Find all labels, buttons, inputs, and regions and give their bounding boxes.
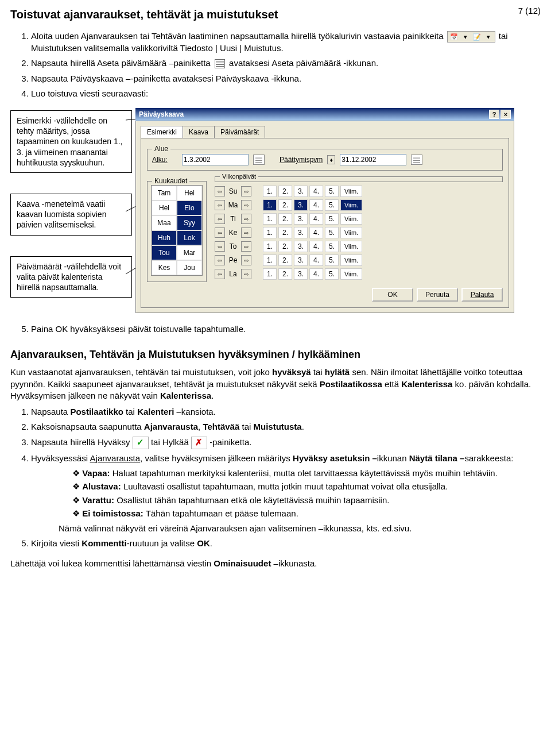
occurrence-cell[interactable]: 1. [263,254,277,266]
step-3: Napsauta Päiväyskaava –-painiketta avata… [31,73,541,84]
left-arrow-icon[interactable]: ⇦ [215,214,225,224]
occurrence-cell[interactable]: 2. [278,227,292,238]
calendar-icon[interactable] [253,155,265,165]
occurrence-cell[interactable]: 5. [325,186,339,197]
occurrence-cell[interactable]: 5. [325,199,339,211]
month-cell-tou[interactable]: Tou [152,245,177,260]
occurrence-cell[interactable]: 1. [263,268,277,280]
tab-kaava[interactable]: Kaava [183,126,215,138]
left-arrow-icon[interactable]: ⇦ [215,255,225,265]
last-cell[interactable]: Viim. [340,241,362,252]
month-cell-hei[interactable]: Hei [177,186,202,200]
occurrence-cell[interactable]: 1. [263,186,277,197]
set-date-icon [215,59,225,68]
calendar-icon[interactable] [411,155,422,165]
month-cell-maa[interactable]: Maa [152,215,177,230]
occurrence-cell[interactable]: 4. [309,254,323,266]
left-arrow-icon[interactable]: ⇦ [215,186,225,196]
end-date-input[interactable] [340,154,406,165]
tab-esimerkki[interactable]: Esimerkki [141,126,183,138]
last-cell[interactable]: Viim. [340,186,362,197]
occurrence-cell[interactable]: 4. [309,241,323,252]
ok-button[interactable]: OK [372,288,413,302]
month-cell-mar[interactable]: Mar [177,245,202,260]
left-arrow-icon[interactable]: ⇦ [215,241,225,252]
reset-button[interactable]: Palauta [461,288,503,302]
step2-4: Hyväksyessäsi Ajanvarausta, valitse hyvä… [31,453,541,535]
occurrence-cell[interactable]: 1. [263,227,277,238]
occurrence-cell[interactable]: 3. [294,199,308,211]
dropdown-icon[interactable]: ▾ [460,32,471,41]
last-cell[interactable]: Viim. [340,268,362,280]
occurrence-cell[interactable]: 2. [278,213,292,225]
month-cell-kes[interactable]: Kes [152,260,177,275]
right-arrow-icon[interactable]: ⇨ [241,214,251,224]
month-cell-huh[interactable]: Huh [152,230,177,245]
occurrence-cell[interactable]: 5. [325,227,339,238]
right-arrow-icon[interactable]: ⇨ [241,227,251,238]
right-arrow-icon[interactable]: ⇨ [241,269,251,279]
left-arrow-icon[interactable]: ⇦ [215,200,225,210]
step-5: Paina OK hyväksyäksesi päivät toistuvall… [31,323,541,335]
occurrence-cell[interactable]: 4. [309,268,323,280]
occurrence-cell[interactable]: 4. [309,227,323,238]
last-cell[interactable]: Viim. [340,227,362,238]
month-cell-jou[interactable]: Jou [177,260,202,275]
last-cell[interactable]: Viim. [340,199,362,211]
month-cell-lok[interactable]: Lok [177,230,202,245]
occurrence-cell[interactable]: 2. [278,186,292,197]
occurrence-cell[interactable]: 4. [309,213,323,225]
day-label: Ke [227,229,239,237]
right-arrow-icon[interactable]: ⇨ [241,200,251,210]
occurrence-cell[interactable]: 1. [263,199,277,211]
left-arrow-icon[interactable]: ⇦ [215,269,225,279]
appointment-icon[interactable]: 📅 [449,32,459,41]
occurrence-cell[interactable]: 5. [325,241,339,252]
intro-paragraph: Kun vastaanotat ajanvarauksen, tehtävän … [10,367,541,402]
occurrence-cell[interactable]: 4. [309,186,323,197]
fieldset-kuukaudet: Kuukaudet TamHeiHelEloMaaSyyHuhLokTouMar… [147,181,207,282]
right-arrow-icon[interactable]: ⇨ [241,255,251,265]
tab-paivamaarat[interactable]: Päivämäärät [214,126,265,138]
occurrence-cell[interactable]: 3. [294,241,308,252]
occurrence-cell[interactable]: 3. [294,213,308,225]
right-arrow-icon[interactable]: ⇨ [241,241,251,252]
occurrence-cell[interactable]: 3. [294,227,308,238]
occurrence-cell[interactable]: 5. [325,268,339,280]
occurrence-cell[interactable]: 2. [278,254,292,266]
occurrence-cell[interactable]: 1. [263,241,277,252]
occurrence-cell[interactable]: 4. [309,199,323,211]
fieldset-alue: Alue Alku: Päättymispvm ♦ [147,149,503,171]
occurrence-cell[interactable]: 3. [294,186,308,197]
occurrence-cell[interactable]: 3. [294,254,308,266]
left-arrow-icon[interactable]: ⇦ [215,227,225,238]
last-cell[interactable]: Viim. [340,213,362,225]
step-4: Luo toistuva viesti seuraavasti: [31,88,541,99]
day-label: Ma [227,201,239,209]
section-heading: Ajanvarauksen, Tehtävän ja Muistutuksen … [10,349,541,361]
last-cell[interactable]: Viim. [340,254,362,266]
help-button[interactable]: ? [489,110,499,119]
occurrence-cell[interactable]: 5. [325,254,339,266]
close-button[interactable]: × [500,110,511,119]
month-cell-syy[interactable]: Syy [177,215,202,230]
cancel-button[interactable]: Peruuta [417,288,458,302]
occurrence-cell[interactable]: 2. [278,199,292,211]
callout-esimerkki: Esimerkki -välilehdelle on tehty määrity… [10,110,132,173]
day-row-pe: ⇦Pe⇨1.2.3.4.5.Viim. [215,254,503,266]
step2-1: Napsauta Postilaatikko tai Kalenteri –ka… [31,406,541,418]
occurrence-cell[interactable]: 2. [278,268,292,280]
occurrence-cell[interactable]: 3. [294,268,308,280]
day-row-su: ⇦Su⇨1.2.3.4.5.Viim. [215,186,503,197]
month-cell-elo[interactable]: Elo [177,200,202,215]
occurrence-cell[interactable]: 1. [263,213,277,225]
month-cell-hel[interactable]: Hel [152,200,177,215]
occurrence-cell[interactable]: 2. [278,241,292,252]
month-cell-tam[interactable]: Tam [152,186,177,200]
task-icon[interactable]: 📝 [472,32,482,41]
start-date-input[interactable] [182,154,249,165]
spinner-icon[interactable]: ♦ [327,155,335,164]
right-arrow-icon[interactable]: ⇨ [241,186,251,196]
occurrence-cell[interactable]: 5. [325,213,339,225]
dropdown-icon[interactable]: ▾ [483,32,494,41]
